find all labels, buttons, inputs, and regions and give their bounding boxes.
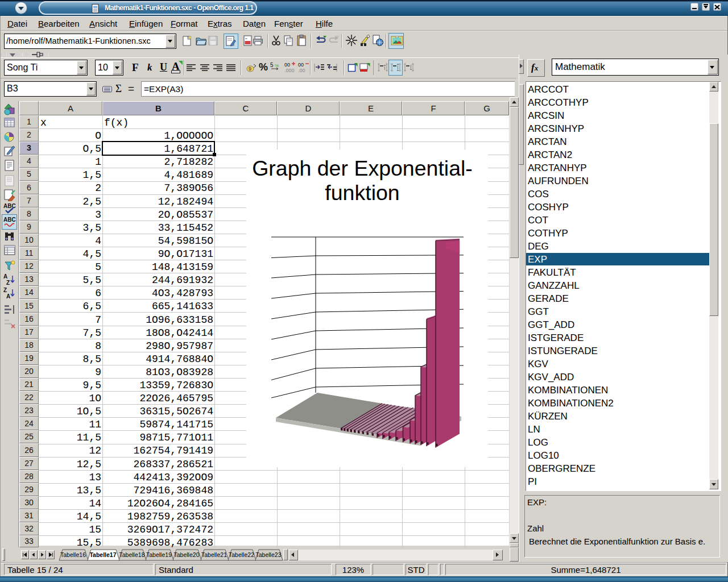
svg-text:%: % — [275, 63, 279, 68]
svg-text:Tabelle19: Tabelle19 — [146, 551, 172, 558]
svg-text:A: A — [3, 273, 7, 280]
svg-text:Tabelle23: Tabelle23 — [256, 551, 282, 558]
svg-text:Graph der Exponential-: Graph der Exponential- — [252, 156, 473, 180]
svg-text:9: 9 — [249, 66, 251, 72]
svg-text:.00: .00 — [298, 68, 305, 73]
svg-text:Tabelle18: Tabelle18 — [119, 551, 145, 558]
svg-text:Tabelle22: Tabelle22 — [229, 551, 254, 558]
svg-text:funktion: funktion — [325, 181, 399, 205]
svg-text:.000: .000 — [284, 68, 295, 73]
svg-text:=: = — [245, 37, 247, 40]
svg-text:ABC: ABC — [3, 217, 16, 223]
svg-text:Tabelle17: Tabelle17 — [89, 551, 116, 558]
svg-text:ABC: ABC — [3, 203, 16, 209]
svg-text:Z: Z — [6, 280, 10, 286]
svg-text:Tabelle16: Tabelle16 — [60, 551, 86, 558]
svg-text:Tabelle21: Tabelle21 — [201, 551, 227, 558]
svg-text:Z: Z — [3, 287, 7, 293]
svg-text:5: 5 — [270, 62, 274, 68]
svg-text:00: 00 — [298, 62, 304, 68]
svg-text:Tabelle20: Tabelle20 — [174, 551, 200, 558]
svg-text:00: 00 — [284, 62, 290, 68]
svg-text:A: A — [6, 293, 10, 300]
